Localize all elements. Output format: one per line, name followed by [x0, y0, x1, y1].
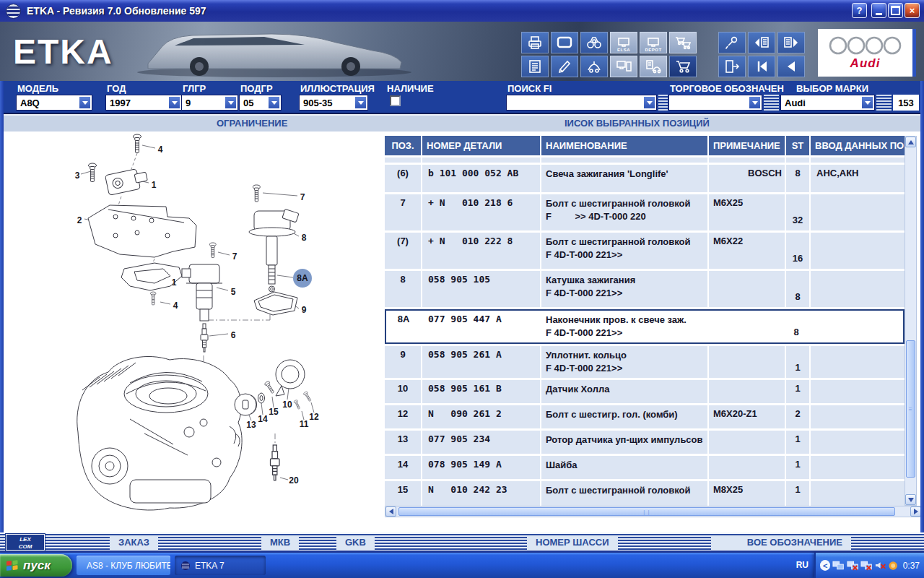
vertical-scroll-thumb[interactable]: ≡ [906, 340, 915, 478]
tray-alert-icon[interactable] [888, 560, 898, 571]
row-name: Болт с шестигранной головкойF 4D-T-000 2… [541, 233, 707, 269]
status-chassis-number[interactable]: НОМЕР ШАССИ [527, 535, 618, 550]
table-row[interactable]: 8A 077 905 447 A Наконечник пров. к свеч… [385, 309, 905, 344]
chevron-down-icon[interactable] [168, 96, 180, 109]
status-order[interactable]: ЗАКАЗ [110, 535, 158, 550]
minimize-button[interactable] [871, 3, 886, 18]
table-row[interactable]: 10 058 905 161 B Датчик Холла 1 [385, 380, 905, 403]
table-spacer-row [385, 158, 905, 163]
etka-task-icon [180, 561, 191, 571]
tray-collapse-chevron-icon[interactable]: < [820, 560, 830, 571]
depot-button[interactable]: DEPOT [640, 32, 667, 53]
tray-lan-icon[interactable] [832, 560, 844, 571]
tray-volume-muted-icon[interactable] [874, 560, 886, 571]
table-horizontal-scrollbar[interactable]: | | [385, 506, 922, 517]
row-position: 14 [385, 456, 421, 479]
chevron-down-icon[interactable] [643, 96, 655, 109]
chevron-down-icon[interactable] [354, 96, 367, 109]
row-position: (7) [385, 233, 421, 269]
trade-name-select[interactable] [668, 95, 762, 111]
previous-document-button[interactable] [748, 32, 775, 53]
search-binoculars-icon [586, 35, 602, 50]
table-header-row: ПОЗ. НОМЕР ДЕТАЛИ НАИМЕНОВАНИЕ ПРИМЕЧАНИ… [385, 136, 905, 155]
scroll-left-button[interactable] [385, 506, 396, 517]
model-select[interactable]: A8Q [16, 95, 92, 111]
stripe-decor [658, 95, 668, 111]
elsa-button[interactable]: ELSA [610, 32, 637, 53]
chevron-down-icon[interactable] [225, 96, 237, 109]
taskbar-clock[interactable]: 0:37 [903, 561, 920, 571]
chevron-down-icon[interactable] [268, 96, 280, 109]
row-quantity: 8 [786, 165, 809, 192]
row-part-number: + N 010 222 8 [422, 233, 540, 269]
table-row[interactable]: 15 N 010 242 23 Болт с шестигранной голо… [385, 481, 905, 506]
exit-button[interactable] [718, 56, 746, 77]
lexcom-logo: LEX COM [6, 534, 45, 551]
subgroup-select[interactable]: 05 [239, 95, 282, 111]
maingroup-select[interactable]: 9 [181, 95, 238, 111]
horizontal-scroll-thumb[interactable]: | | [398, 507, 895, 516]
search-fi-select[interactable] [506, 95, 657, 111]
table-row[interactable]: (6) b 101 000 052 AB Свеча зажигания 'Lo… [385, 165, 905, 192]
parts-list-button[interactable] [521, 56, 549, 77]
row-position: 13 [385, 431, 421, 454]
status-mkb[interactable]: МКВ [261, 535, 299, 550]
row-name: Наконечник пров. к свече заж.F 4D-T-000 … [541, 311, 707, 342]
col-pos: ПОЗ. [385, 136, 421, 155]
scroll-down-button[interactable] [905, 494, 916, 505]
chevron-down-icon[interactable] [861, 96, 873, 109]
table-vertical-scrollbar[interactable]: ≡ [905, 136, 917, 506]
illustration-select[interactable]: 905-35 [299, 95, 368, 111]
row-data-entry [811, 431, 905, 454]
diagram-callout-label[interactable]: 8A [297, 273, 308, 283]
start-button[interactable]: пуск [0, 554, 72, 577]
year-select[interactable]: 1997 [105, 95, 182, 111]
arrow-down-icon [908, 498, 914, 505]
taskbar-task-etka[interactable]: ETKA 7 [175, 556, 266, 575]
carts-button[interactable] [669, 32, 697, 53]
monitor-document-button[interactable] [610, 56, 637, 77]
table-row[interactable]: 8 058 905 105 Катушка зажиганияF 4D-T-00… [385, 271, 905, 307]
car-info-button[interactable] [580, 56, 608, 77]
scroll-right-button[interactable] [910, 506, 921, 517]
pin-button[interactable] [718, 32, 746, 53]
availability-checkbox[interactable] [390, 95, 401, 106]
previous-page-button[interactable] [777, 56, 805, 77]
status-designation[interactable]: ВОЕ ОБОЗНАЧЕНИЕ [711, 535, 851, 550]
chevron-down-icon[interactable] [749, 96, 761, 109]
edit-button[interactable] [551, 56, 578, 77]
print-button[interactable] [521, 32, 549, 53]
first-page-button[interactable] [748, 56, 775, 77]
taskbar-task-browser[interactable]: AS8 - КЛУБ ЛЮБИТЕ... [77, 556, 170, 575]
row-data-entry [811, 405, 905, 428]
help-button[interactable]: ? [852, 3, 867, 18]
next-document-button[interactable] [777, 32, 805, 53]
cart-button[interactable] [669, 56, 697, 77]
depot-icon [645, 38, 661, 48]
close-button[interactable]: × [905, 3, 920, 18]
status-gkb[interactable]: GKB [336, 535, 375, 550]
language-indicator[interactable]: RU [796, 560, 808, 570]
chevron-down-icon[interactable] [79, 96, 91, 109]
scroll-up-button[interactable] [905, 137, 916, 147]
preview-frame-button[interactable] [551, 32, 578, 53]
row-note: M6X20-Z1 [709, 405, 785, 428]
cart-icon [675, 59, 691, 74]
table-row[interactable]: 14 078 905 149 A Шайба 1 [385, 456, 905, 479]
subgroup-label: ПОДГР [240, 83, 273, 94]
table-row[interactable]: 9 058 905 261 A Уплотнит. кольцоF 4D-T-0… [385, 346, 905, 378]
table-row[interactable]: 7 + N 010 218 6 Болт с шестигранной голо… [385, 194, 905, 230]
table-row[interactable]: (7) + N 010 222 8 Болт с шестигранной го… [385, 233, 905, 269]
maximize-button[interactable] [888, 3, 903, 18]
row-part-number: N 010 242 23 [422, 481, 540, 506]
tray-connection-error-icon[interactable] [847, 560, 858, 571]
row-position: 8 [385, 271, 421, 307]
document-car-button[interactable] [640, 56, 667, 77]
parts-diagram[interactable]: 431271456788A913141510111220 [0, 131, 385, 532]
row-position: (6) [385, 165, 421, 192]
table-row[interactable]: 13 077 905 234 Ротор датчика уп-щих импу… [385, 431, 905, 454]
search-button[interactable] [580, 32, 608, 53]
tray-connection-error2-icon[interactable] [860, 560, 872, 571]
table-row[interactable]: 12 N 090 261 2 Болт с шестигр. гол. (ком… [385, 405, 905, 428]
brand-select[interactable]: Audi [780, 95, 875, 111]
